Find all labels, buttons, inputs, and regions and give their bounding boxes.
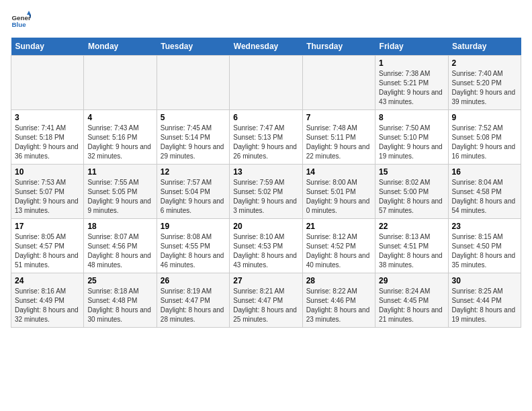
day-number: 25 — [87, 276, 152, 285]
day-number: 2 — [452, 58, 517, 68]
day-number: 6 — [233, 113, 298, 122]
day-info: Sunrise: 7:38 AM Sunset: 5:21 PM Dayligh… — [379, 69, 444, 107]
day-info: Sunrise: 8:04 AM Sunset: 4:58 PM Dayligh… — [452, 178, 517, 216]
day-info: Sunrise: 8:10 AM Sunset: 4:53 PM Dayligh… — [233, 232, 298, 270]
table-cell: 5Sunrise: 7:45 AM Sunset: 5:14 PM Daylig… — [157, 110, 229, 165]
day-info: Sunrise: 8:07 AM Sunset: 4:56 PM Dayligh… — [87, 232, 152, 270]
table-cell: 26Sunrise: 8:19 AM Sunset: 4:47 PM Dayli… — [157, 273, 229, 328]
day-number: 18 — [87, 222, 152, 231]
day-number: 1 — [379, 58, 444, 68]
calendar-header: Sunday Monday Tuesday Wednesday Thursday… — [11, 38, 521, 56]
table-cell: 27Sunrise: 8:21 AM Sunset: 4:47 PM Dayli… — [230, 273, 302, 328]
col-thursday: Thursday — [302, 38, 375, 56]
table-cell: 28Sunrise: 8:22 AM Sunset: 4:46 PM Dayli… — [302, 273, 375, 328]
table-cell: 10Sunrise: 7:53 AM Sunset: 5:07 PM Dayli… — [11, 165, 84, 219]
day-info: Sunrise: 8:18 AM Sunset: 4:48 PM Dayligh… — [87, 287, 152, 324]
table-cell: 4Sunrise: 7:43 AM Sunset: 5:16 PM Daylig… — [84, 110, 157, 165]
day-info: Sunrise: 8:25 AM Sunset: 4:44 PM Dayligh… — [452, 287, 517, 324]
day-number: 3 — [15, 113, 80, 122]
day-number: 15 — [379, 167, 444, 177]
day-info: Sunrise: 7:57 AM Sunset: 5:04 PM Dayligh… — [161, 178, 226, 216]
day-number: 7 — [306, 113, 371, 122]
day-number: 22 — [379, 222, 444, 231]
table-cell: 2Sunrise: 7:40 AM Sunset: 5:20 PM Daylig… — [448, 56, 521, 110]
day-info: Sunrise: 7:40 AM Sunset: 5:20 PM Dayligh… — [452, 69, 517, 107]
day-number: 4 — [87, 113, 152, 122]
day-info: Sunrise: 8:24 AM Sunset: 4:45 PM Dayligh… — [379, 287, 444, 324]
col-sunday: Sunday — [11, 38, 84, 56]
day-info: Sunrise: 7:48 AM Sunset: 5:11 PM Dayligh… — [306, 124, 371, 161]
svg-text:Blue: Blue — [12, 21, 27, 28]
day-number: 24 — [15, 276, 80, 285]
table-cell: 20Sunrise: 8:10 AM Sunset: 4:53 PM Dayli… — [230, 219, 302, 273]
table-cell: 19Sunrise: 8:08 AM Sunset: 4:55 PM Dayli… — [157, 219, 229, 273]
day-number: 16 — [452, 167, 517, 177]
day-info: Sunrise: 7:43 AM Sunset: 5:16 PM Dayligh… — [87, 124, 152, 161]
table-cell: 11Sunrise: 7:55 AM Sunset: 5:05 PM Dayli… — [84, 165, 157, 219]
table-cell: 21Sunrise: 8:12 AM Sunset: 4:52 PM Dayli… — [302, 219, 375, 273]
day-info: Sunrise: 8:13 AM Sunset: 4:51 PM Dayligh… — [379, 232, 444, 270]
col-saturday: Saturday — [448, 38, 521, 56]
day-info: Sunrise: 7:59 AM Sunset: 5:02 PM Dayligh… — [233, 178, 298, 216]
table-cell: 23Sunrise: 8:15 AM Sunset: 4:50 PM Dayli… — [448, 219, 521, 273]
table-cell — [84, 56, 157, 110]
day-number: 27 — [233, 276, 298, 285]
day-number: 23 — [452, 222, 517, 231]
day-info: Sunrise: 8:05 AM Sunset: 4:57 PM Dayligh… — [15, 232, 80, 270]
day-info: Sunrise: 7:50 AM Sunset: 5:10 PM Dayligh… — [379, 124, 444, 161]
day-number: 30 — [452, 276, 517, 285]
day-info: Sunrise: 8:08 AM Sunset: 4:55 PM Dayligh… — [161, 232, 226, 270]
table-cell: 24Sunrise: 8:16 AM Sunset: 4:49 PM Dayli… — [11, 273, 84, 328]
day-number: 10 — [15, 167, 80, 177]
col-tuesday: Tuesday — [157, 38, 229, 56]
day-info: Sunrise: 7:53 AM Sunset: 5:07 PM Dayligh… — [15, 178, 80, 216]
day-number: 12 — [161, 167, 226, 177]
day-number: 8 — [379, 113, 444, 122]
table-cell: 16Sunrise: 8:04 AM Sunset: 4:58 PM Dayli… — [448, 165, 521, 219]
day-info: Sunrise: 7:47 AM Sunset: 5:13 PM Dayligh… — [233, 124, 298, 161]
table-cell: 30Sunrise: 8:25 AM Sunset: 4:44 PM Dayli… — [448, 273, 521, 328]
calendar-table: Sunday Monday Tuesday Wednesday Thursday… — [11, 38, 521, 328]
table-cell: 15Sunrise: 8:02 AM Sunset: 5:00 PM Dayli… — [375, 165, 448, 219]
table-cell: 8Sunrise: 7:50 AM Sunset: 5:10 PM Daylig… — [375, 110, 448, 165]
day-info: Sunrise: 8:19 AM Sunset: 4:47 PM Dayligh… — [161, 287, 226, 324]
day-number: 17 — [15, 222, 80, 231]
day-number: 11 — [87, 167, 152, 177]
day-number: 28 — [306, 276, 371, 285]
day-number: 26 — [161, 276, 226, 285]
table-cell: 6Sunrise: 7:47 AM Sunset: 5:13 PM Daylig… — [230, 110, 302, 165]
day-info: Sunrise: 7:45 AM Sunset: 5:14 PM Dayligh… — [161, 124, 226, 161]
day-info: Sunrise: 7:41 AM Sunset: 5:18 PM Dayligh… — [15, 124, 80, 161]
col-friday: Friday — [375, 38, 448, 56]
table-cell: 17Sunrise: 8:05 AM Sunset: 4:57 PM Dayli… — [11, 219, 84, 273]
table-cell — [302, 56, 375, 110]
logo: General Blue — [11, 11, 31, 31]
table-cell — [11, 56, 84, 110]
table-cell: 7Sunrise: 7:48 AM Sunset: 5:11 PM Daylig… — [302, 110, 375, 165]
day-number: 20 — [233, 222, 298, 231]
svg-marker-2 — [27, 11, 31, 15]
table-cell: 22Sunrise: 8:13 AM Sunset: 4:51 PM Dayli… — [375, 219, 448, 273]
table-cell: 14Sunrise: 8:00 AM Sunset: 5:01 PM Dayli… — [302, 165, 375, 219]
day-info: Sunrise: 7:52 AM Sunset: 5:08 PM Dayligh… — [452, 124, 517, 161]
table-cell: 9Sunrise: 7:52 AM Sunset: 5:08 PM Daylig… — [448, 110, 521, 165]
table-cell: 18Sunrise: 8:07 AM Sunset: 4:56 PM Dayli… — [84, 219, 157, 273]
day-info: Sunrise: 8:12 AM Sunset: 4:52 PM Dayligh… — [306, 232, 371, 270]
col-wednesday: Wednesday — [230, 38, 302, 56]
col-monday: Monday — [84, 38, 157, 56]
day-info: Sunrise: 8:21 AM Sunset: 4:47 PM Dayligh… — [233, 287, 298, 324]
day-number: 5 — [161, 113, 226, 122]
day-number: 13 — [233, 167, 298, 177]
day-number: 14 — [306, 167, 371, 177]
day-number: 19 — [161, 222, 226, 231]
table-cell: 13Sunrise: 7:59 AM Sunset: 5:02 PM Dayli… — [230, 165, 302, 219]
logo-icon: General Blue — [11, 11, 31, 31]
day-info: Sunrise: 8:15 AM Sunset: 4:50 PM Dayligh… — [452, 232, 517, 270]
day-number: 9 — [452, 113, 517, 122]
day-info: Sunrise: 8:02 AM Sunset: 5:00 PM Dayligh… — [379, 178, 444, 216]
calendar-body: 1Sunrise: 7:38 AM Sunset: 5:21 PM Daylig… — [11, 56, 521, 328]
day-info: Sunrise: 8:22 AM Sunset: 4:46 PM Dayligh… — [306, 287, 371, 324]
day-info: Sunrise: 7:55 AM Sunset: 5:05 PM Dayligh… — [87, 178, 152, 216]
day-number: 29 — [379, 276, 444, 285]
table-cell: 12Sunrise: 7:57 AM Sunset: 5:04 PM Dayli… — [157, 165, 229, 219]
